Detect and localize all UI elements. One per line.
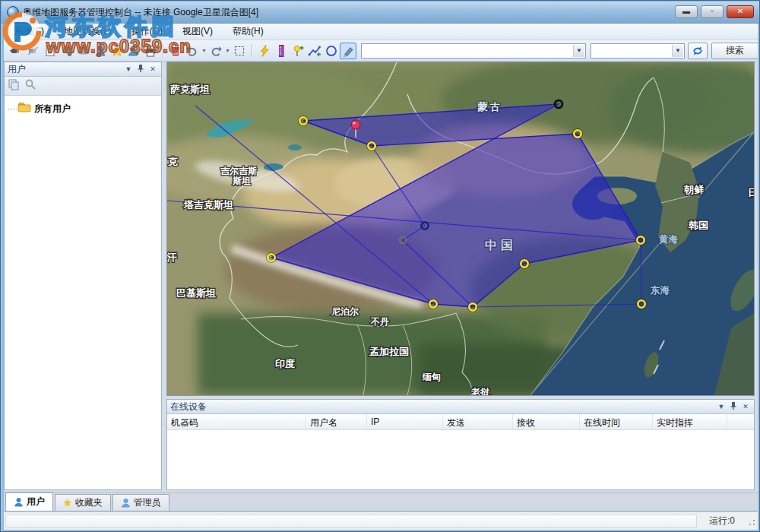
minimize-button[interactable]: ▬: [675, 5, 698, 18]
tab-favorites[interactable]: ★ 收藏夹: [55, 494, 111, 511]
redo-dropdown-icon[interactable]: ▾: [224, 47, 231, 54]
map-label: 斯坦: [232, 176, 251, 186]
tab-admin[interactable]: 管理员: [112, 494, 169, 511]
chevron-down-icon[interactable]: ▼: [672, 45, 683, 57]
map-label: 黄海: [659, 234, 679, 245]
map-label: 中国: [485, 239, 517, 252]
users-panel-header: 用户 ▼ ✕: [5, 62, 161, 77]
app-icon: [7, 6, 19, 18]
panel-close-icon[interactable]: ✕: [740, 403, 751, 410]
online-devices-header: 在线设备 ▼ ✕: [167, 400, 754, 414]
tree-item-label: 所有用户: [34, 103, 71, 116]
map-label: 吉尔吉斯: [220, 166, 257, 176]
menu-view[interactable]: 视图(V): [173, 23, 223, 40]
workspace: 用户 ▼ ✕ 所有用户: [4, 62, 758, 492]
map-label: 老挝: [470, 387, 490, 395]
map-label: 日: [748, 187, 754, 198]
pushpin-add-icon[interactable]: [290, 43, 306, 59]
app-window: 奥维地图服务器管理控制台 -- 未连接 Google卫星混合图[4] ▬ ▫ ✕…: [0, 0, 760, 532]
object-combobox[interactable]: ▼: [361, 43, 586, 59]
star-icon: ★: [63, 497, 72, 508]
undo-icon[interactable]: [184, 43, 201, 59]
menu-map-switch[interactable]: 地图切换(L): [54, 23, 122, 40]
map-label: 东海: [650, 285, 670, 296]
panel-menu-icon[interactable]: ▼: [716, 403, 727, 410]
map-label: 朝鲜: [683, 184, 704, 195]
search-users-icon[interactable]: [24, 78, 36, 93]
map-label: 韩国: [688, 220, 708, 231]
window-title: 奥维地图服务器管理控制台 -- 未连接 Google卫星混合图[4]: [23, 6, 258, 19]
cloud-settings-icon[interactable]: [59, 43, 75, 59]
map-label: 不丹: [370, 316, 389, 327]
status-bar: 运行:0: [4, 511, 758, 530]
map-marker[interactable]: [555, 100, 562, 108]
connect-icon[interactable]: [8, 43, 25, 59]
map-view[interactable]: 萨克斯坦蒙古克吉尔吉斯斯坦塔吉克斯坦汗巴基斯坦尼泊尔不丹孟加拉国印度缅甸老挝中国…: [166, 62, 755, 396]
map-label: 蒙古: [477, 101, 502, 112]
delete-icon[interactable]: [167, 43, 184, 59]
printer-icon[interactable]: [142, 43, 159, 59]
user-icon: [14, 497, 24, 507]
tree-connector: [8, 109, 17, 109]
filter-combobox[interactable]: ▼: [591, 43, 685, 59]
close-icon: ✕: [737, 8, 743, 15]
star-icon[interactable]: [109, 43, 125, 59]
online-devices-panel: 在线设备 ▼ ✕ 机器码 用户名 IP 发送 接收 在线时间 实时指挥: [166, 399, 755, 490]
disconnect-icon[interactable]: [25, 43, 42, 59]
polyline-add-icon[interactable]: [306, 43, 323, 59]
pin-icon[interactable]: [135, 64, 146, 74]
user-icon[interactable]: [92, 43, 109, 59]
pencil-tool-icon[interactable]: [340, 43, 356, 59]
tab-users[interactable]: 用户: [5, 492, 53, 511]
users-tree: 所有用户: [5, 96, 161, 489]
map-label: 缅甸: [422, 372, 441, 382]
column-machine-code[interactable]: 机器码: [167, 414, 306, 429]
user-manage-icon[interactable]: [125, 43, 142, 59]
title-bar[interactable]: 奥维地图服务器管理控制台 -- 未连接 Google卫星混合图[4] ▬ ▫ ✕: [2, 2, 760, 24]
column-receive[interactable]: 接收: [513, 414, 580, 429]
status-running: 运行:0: [698, 515, 746, 527]
toolbar: ▾ ▾ ▼ ▼ 搜索: [4, 40, 758, 62]
panel-menu-icon[interactable]: ▼: [123, 65, 134, 73]
toolbar-separator: [252, 44, 252, 58]
column-filler: [727, 414, 754, 429]
close-button[interactable]: ✕: [727, 5, 754, 18]
maximize-button[interactable]: ▫: [701, 5, 724, 18]
map-label: 克: [167, 156, 178, 167]
menu-system[interactable]: 系统(S): [4, 23, 54, 40]
undo-dropdown-icon[interactable]: ▾: [201, 47, 207, 54]
note-icon[interactable]: [42, 43, 59, 59]
devices-table-header: 机器码 用户名 IP 发送 接收 在线时间 实时指挥: [167, 414, 754, 430]
select-rect-icon[interactable]: [231, 43, 248, 59]
copy-list-icon[interactable]: [8, 78, 20, 93]
refresh-button[interactable]: [688, 43, 708, 59]
column-realtime-command[interactable]: 实时指挥: [653, 414, 727, 429]
menu-help[interactable]: 帮助(H): [223, 23, 274, 40]
pin-icon[interactable]: [728, 401, 739, 412]
toolbar-separator: [163, 44, 163, 58]
column-ip[interactable]: IP: [367, 414, 443, 429]
users-panel-toolbar: [5, 77, 161, 96]
circle-tool-icon[interactable]: [323, 43, 340, 59]
tab-admin-label: 管理员: [134, 496, 161, 509]
resize-grip[interactable]: [746, 516, 756, 527]
column-online-time[interactable]: 在线时间: [580, 414, 653, 429]
search-button[interactable]: 搜索: [711, 43, 758, 59]
minimize-icon: ▬: [682, 8, 690, 15]
map-label: 孟加拉国: [369, 346, 409, 357]
panel-close-icon[interactable]: ✕: [147, 65, 158, 73]
lightning-icon[interactable]: [256, 43, 273, 59]
cloud-icon[interactable]: [75, 43, 92, 59]
column-username[interactable]: 用户名: [306, 414, 367, 429]
ruler-icon[interactable]: [273, 43, 290, 59]
folder-icon: [17, 102, 31, 116]
redo-icon[interactable]: [207, 43, 224, 59]
tree-item-all-users[interactable]: 所有用户: [5, 102, 161, 116]
tab-favorites-label: 收藏夹: [75, 496, 103, 509]
chevron-down-icon[interactable]: ▼: [573, 45, 584, 57]
map-label: 汗: [167, 252, 177, 263]
menu-operate[interactable]: 操作(O): [122, 23, 173, 40]
user-icon: [121, 498, 131, 508]
users-panel: 用户 ▼ ✕ 所有用户: [4, 62, 162, 490]
column-send[interactable]: 发送: [443, 414, 513, 429]
